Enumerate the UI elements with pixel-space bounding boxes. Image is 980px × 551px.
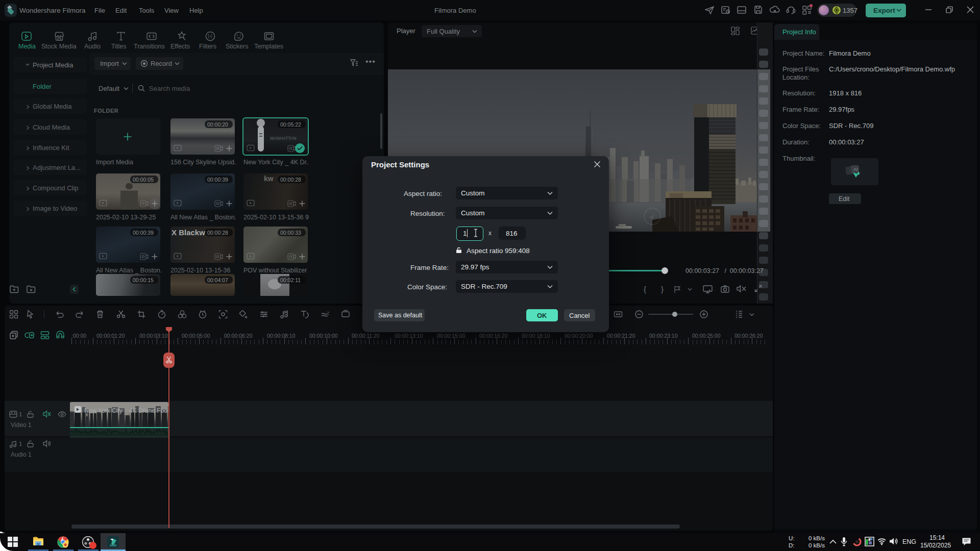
svg-text:AI: AI [853, 167, 858, 172]
